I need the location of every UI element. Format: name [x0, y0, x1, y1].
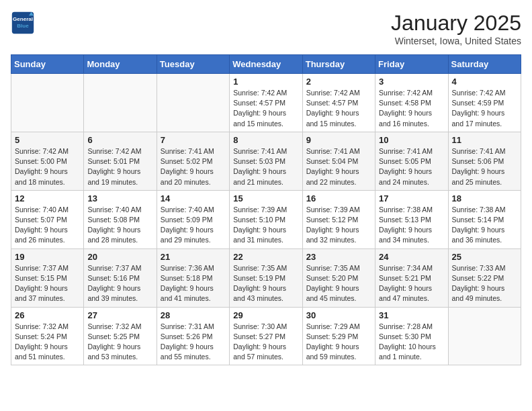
day-of-week-friday: Friday: [375, 55, 448, 74]
day-number: 12: [15, 193, 80, 203]
day-content: Sunrise: 7:32 AM Sunset: 5:25 PM Dayligh…: [87, 322, 152, 363]
calendar-table: SundayMondayTuesdayWednesdayThursdayFrid…: [11, 54, 521, 365]
calendar-cell: 15Sunrise: 7:39 AM Sunset: 5:10 PM Dayli…: [230, 190, 302, 248]
day-content: Sunrise: 7:41 AM Sunset: 5:04 PM Dayligh…: [306, 146, 371, 187]
day-of-week-thursday: Thursday: [302, 55, 375, 74]
calendar-cell: 6Sunrise: 7:42 AM Sunset: 5:01 PM Daylig…: [84, 132, 157, 190]
day-number: 24: [379, 252, 444, 262]
day-number: 21: [161, 252, 226, 262]
day-number: 20: [87, 252, 152, 262]
page-header: General Blue January 2025 Winterset, Iow…: [11, 11, 521, 46]
calendar-week-4: 19Sunrise: 7:37 AM Sunset: 5:15 PM Dayli…: [11, 248, 521, 307]
day-content: Sunrise: 7:41 AM Sunset: 5:05 PM Dayligh…: [379, 146, 444, 187]
day-number: 19: [15, 252, 80, 262]
day-content: Sunrise: 7:29 AM Sunset: 5:29 PM Dayligh…: [306, 322, 371, 363]
logo-icon: General Blue: [11, 11, 35, 35]
day-number: 8: [233, 135, 298, 145]
calendar-cell: 22Sunrise: 7:35 AM Sunset: 5:19 PM Dayli…: [230, 248, 302, 307]
calendar-cell: 31Sunrise: 7:28 AM Sunset: 5:30 PM Dayli…: [375, 307, 448, 365]
calendar-cell: 8Sunrise: 7:41 AM Sunset: 5:03 PM Daylig…: [230, 132, 302, 190]
calendar-cell: 1Sunrise: 7:42 AM Sunset: 4:57 PM Daylig…: [230, 74, 302, 132]
day-content: Sunrise: 7:38 AM Sunset: 5:14 PM Dayligh…: [452, 205, 517, 246]
calendar-cell: 16Sunrise: 7:39 AM Sunset: 5:12 PM Dayli…: [302, 190, 375, 248]
calendar-cell: 27Sunrise: 7:32 AM Sunset: 5:25 PM Dayli…: [84, 307, 157, 365]
calendar-header-row: SundayMondayTuesdayWednesdayThursdayFrid…: [11, 55, 521, 74]
day-number: 22: [233, 252, 298, 262]
day-content: Sunrise: 7:40 AM Sunset: 5:07 PM Dayligh…: [15, 205, 80, 246]
calendar-cell: 28Sunrise: 7:31 AM Sunset: 5:26 PM Dayli…: [157, 307, 229, 365]
calendar-cell: 30Sunrise: 7:29 AM Sunset: 5:29 PM Dayli…: [302, 307, 375, 365]
calendar-cell: 19Sunrise: 7:37 AM Sunset: 5:15 PM Dayli…: [11, 248, 84, 307]
calendar-cell: [448, 307, 521, 365]
day-of-week-tuesday: Tuesday: [157, 55, 229, 74]
calendar-week-3: 12Sunrise: 7:40 AM Sunset: 5:07 PM Dayli…: [11, 190, 521, 248]
day-content: Sunrise: 7:30 AM Sunset: 5:27 PM Dayligh…: [233, 322, 298, 363]
day-content: Sunrise: 7:37 AM Sunset: 5:15 PM Dayligh…: [15, 263, 80, 304]
day-of-week-saturday: Saturday: [448, 55, 521, 74]
calendar-cell: 24Sunrise: 7:34 AM Sunset: 5:21 PM Dayli…: [375, 248, 448, 307]
day-number: 23: [306, 252, 371, 262]
calendar-cell: 23Sunrise: 7:35 AM Sunset: 5:20 PM Dayli…: [302, 248, 375, 307]
day-number: 11: [452, 135, 517, 145]
day-content: Sunrise: 7:35 AM Sunset: 5:20 PM Dayligh…: [306, 263, 371, 304]
day-content: Sunrise: 7:40 AM Sunset: 5:09 PM Dayligh…: [161, 205, 226, 246]
day-content: Sunrise: 7:31 AM Sunset: 5:26 PM Dayligh…: [161, 322, 226, 363]
calendar-cell: 20Sunrise: 7:37 AM Sunset: 5:16 PM Dayli…: [84, 248, 157, 307]
calendar-cell: 5Sunrise: 7:42 AM Sunset: 5:00 PM Daylig…: [11, 132, 84, 190]
calendar-cell: 29Sunrise: 7:30 AM Sunset: 5:27 PM Dayli…: [230, 307, 302, 365]
day-content: Sunrise: 7:41 AM Sunset: 5:02 PM Dayligh…: [161, 146, 226, 187]
day-content: Sunrise: 7:42 AM Sunset: 4:57 PM Dayligh…: [233, 88, 298, 129]
day-number: 27: [87, 310, 152, 320]
calendar-cell: 25Sunrise: 7:33 AM Sunset: 5:22 PM Dayli…: [448, 248, 521, 307]
calendar-cell: [84, 74, 157, 132]
calendar-cell: 11Sunrise: 7:41 AM Sunset: 5:06 PM Dayli…: [448, 132, 521, 190]
calendar-cell: 3Sunrise: 7:42 AM Sunset: 4:58 PM Daylig…: [375, 74, 448, 132]
day-content: Sunrise: 7:36 AM Sunset: 5:18 PM Dayligh…: [161, 263, 226, 304]
day-content: Sunrise: 7:33 AM Sunset: 5:22 PM Dayligh…: [452, 263, 517, 304]
day-number: 3: [379, 77, 444, 87]
day-number: 6: [87, 135, 152, 145]
day-content: Sunrise: 7:41 AM Sunset: 5:03 PM Dayligh…: [233, 146, 298, 187]
day-content: Sunrise: 7:32 AM Sunset: 5:24 PM Dayligh…: [15, 322, 80, 363]
day-number: 15: [233, 193, 298, 203]
day-number: 7: [161, 135, 226, 145]
day-number: 1: [233, 77, 298, 87]
calendar-cell: 26Sunrise: 7:32 AM Sunset: 5:24 PM Dayli…: [11, 307, 84, 365]
logo: General Blue: [11, 11, 35, 35]
day-number: 25: [452, 252, 517, 262]
calendar-week-5: 26Sunrise: 7:32 AM Sunset: 5:24 PM Dayli…: [11, 307, 521, 365]
day-content: Sunrise: 7:39 AM Sunset: 5:10 PM Dayligh…: [233, 205, 298, 246]
day-content: Sunrise: 7:40 AM Sunset: 5:08 PM Dayligh…: [87, 205, 152, 246]
month-title: January 2025: [391, 11, 521, 36]
day-content: Sunrise: 7:34 AM Sunset: 5:21 PM Dayligh…: [379, 263, 444, 304]
day-number: 4: [452, 77, 517, 87]
svg-text:General: General: [13, 16, 33, 22]
calendar-cell: 21Sunrise: 7:36 AM Sunset: 5:18 PM Dayli…: [157, 248, 229, 307]
day-content: Sunrise: 7:28 AM Sunset: 5:30 PM Dayligh…: [379, 322, 444, 363]
calendar-cell: 12Sunrise: 7:40 AM Sunset: 5:07 PM Dayli…: [11, 190, 84, 248]
day-content: Sunrise: 7:42 AM Sunset: 4:58 PM Dayligh…: [379, 88, 444, 129]
day-number: 18: [452, 193, 517, 203]
day-content: Sunrise: 7:42 AM Sunset: 4:59 PM Dayligh…: [452, 88, 517, 129]
day-of-week-monday: Monday: [84, 55, 157, 74]
day-number: 16: [306, 193, 371, 203]
calendar-cell: 7Sunrise: 7:41 AM Sunset: 5:02 PM Daylig…: [157, 132, 229, 190]
day-number: 17: [379, 193, 444, 203]
calendar-cell: 17Sunrise: 7:38 AM Sunset: 5:13 PM Dayli…: [375, 190, 448, 248]
calendar-cell: 18Sunrise: 7:38 AM Sunset: 5:14 PM Dayli…: [448, 190, 521, 248]
calendar-cell: [11, 74, 84, 132]
day-number: 9: [306, 135, 371, 145]
day-number: 26: [15, 310, 80, 320]
location-subtitle: Winterset, Iowa, United States: [391, 36, 521, 46]
day-content: Sunrise: 7:37 AM Sunset: 5:16 PM Dayligh…: [87, 263, 152, 304]
calendar-week-2: 5Sunrise: 7:42 AM Sunset: 5:00 PM Daylig…: [11, 132, 521, 190]
day-number: 10: [379, 135, 444, 145]
calendar-week-1: 1Sunrise: 7:42 AM Sunset: 4:57 PM Daylig…: [11, 74, 521, 132]
day-number: 29: [233, 310, 298, 320]
calendar-cell: 2Sunrise: 7:42 AM Sunset: 4:57 PM Daylig…: [302, 74, 375, 132]
day-content: Sunrise: 7:35 AM Sunset: 5:19 PM Dayligh…: [233, 263, 298, 304]
calendar-cell: 4Sunrise: 7:42 AM Sunset: 4:59 PM Daylig…: [448, 74, 521, 132]
day-number: 30: [306, 310, 371, 320]
day-content: Sunrise: 7:42 AM Sunset: 5:01 PM Dayligh…: [87, 146, 152, 187]
calendar-cell: [157, 74, 229, 132]
